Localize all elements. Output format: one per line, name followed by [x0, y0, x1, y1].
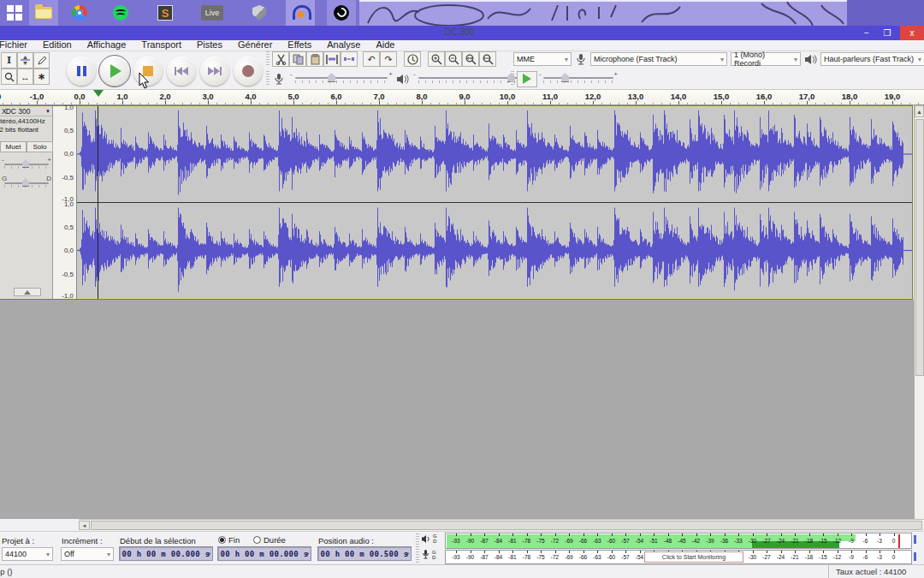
toolbar-grip[interactable] — [416, 533, 419, 563]
pan-slider[interactable]: GD — [2, 175, 51, 190]
length-radio[interactable]: Durée — [253, 535, 286, 545]
desktop-wallpaper — [359, 0, 847, 26]
skip-end-button[interactable] — [200, 57, 229, 86]
snap-dropdown[interactable]: Off▾ — [61, 547, 114, 561]
copy-button[interactable] — [289, 51, 306, 67]
ruler-label: 10,0 — [500, 92, 516, 101]
meter-scale-label: -45 — [678, 538, 685, 544]
taskbar-item-audacity[interactable] — [286, 0, 315, 26]
recording-meter[interactable]: -93-90-87-84-81-78-75-72-69-66-63-60-57-… — [445, 550, 912, 564]
slider-thumb[interactable] — [22, 178, 29, 187]
chrome-icon — [72, 5, 87, 21]
audio-host-dropdown[interactable]: MME▾ — [513, 52, 572, 66]
fit-selection-button[interactable] — [462, 51, 479, 67]
pause-button[interactable] — [67, 57, 96, 86]
recording-channels-dropdown[interactable]: 1 (Mono) Recordi▾ — [731, 52, 801, 66]
scroll-left-button[interactable]: ◂ — [79, 521, 90, 530]
vertical-scrollbar[interactable]: ▲ — [914, 105, 924, 519]
draw-tool-button[interactable] — [33, 52, 50, 69]
waveform-channel-right[interactable] — [77, 203, 912, 298]
end-radio[interactable]: Fin — [218, 535, 240, 545]
minimize-button[interactable]: − — [857, 26, 876, 40]
taskbar-item-spotify[interactable] — [106, 0, 135, 26]
slider-thumb[interactable] — [22, 159, 29, 168]
project-rate-dropdown[interactable]: 44100▾ — [2, 547, 53, 561]
horizontal-scrollbar[interactable]: ◂ — [79, 519, 924, 531]
skip-start-button[interactable] — [167, 57, 196, 86]
toolbar-grip[interactable] — [511, 71, 514, 86]
empty-track-area[interactable] — [0, 300, 914, 519]
playback-speed-slider[interactable]: -+ — [539, 70, 618, 87]
track-menu-icon[interactable]: ▼ — [45, 109, 50, 114]
selection-start-field[interactable]: 00 h 00 m 00.000 s▾ — [119, 546, 213, 561]
trim-icon — [326, 54, 338, 65]
vertical-scroll-thumb[interactable] — [915, 119, 924, 376]
slider-thumb[interactable] — [561, 73, 569, 82]
play-at-speed-button[interactable] — [517, 71, 537, 87]
selection-tool-button[interactable]: I — [1, 52, 17, 69]
taskbar-item-sublime[interactable]: S — [151, 0, 180, 26]
silence-button[interactable] — [341, 51, 358, 67]
audio-position-field[interactable]: 00 h 00 m 00.500 s▾ — [317, 546, 412, 561]
playback-volume-slider[interactable]: -+ — [413, 70, 526, 87]
paste-button[interactable] — [306, 51, 323, 67]
trim-button[interactable] — [323, 51, 341, 67]
zoom-out-button[interactable] — [445, 51, 462, 67]
undo-button[interactable]: ↶ — [363, 51, 380, 67]
timeshift-tool-button[interactable]: ↔ — [17, 69, 33, 85]
playback-device-dropdown[interactable]: Haut-parleurs (Fast Track)▾ — [820, 52, 924, 66]
close-button[interactable]: x — [900, 26, 924, 40]
menu-aide[interactable]: Aide — [368, 39, 402, 51]
start-button[interactable] — [0, 0, 29, 26]
edit-toolbar: ↶ ↷ — [266, 51, 496, 69]
zoom-tool-button[interactable] — [1, 69, 17, 85]
mute-button[interactable]: Muet — [0, 141, 27, 152]
status-bar: Stop () Taux actuel : 44100 — [0, 564, 924, 578]
playback-meter[interactable]: -93-90-87-84-81-78-75-72-69-66-63-60-57-… — [445, 533, 912, 549]
menu-edition[interactable]: Edition — [35, 39, 80, 51]
record-button[interactable] — [234, 57, 263, 86]
meter-scale-label: -78 — [523, 538, 530, 544]
menu-pistes[interactable]: Pistes — [189, 39, 230, 51]
slider-thumb[interactable] — [328, 73, 335, 82]
menu-effets[interactable]: Effets — [280, 39, 319, 51]
solo-button[interactable]: Solo — [27, 141, 53, 152]
maximize-button[interactable]: ❐ — [878, 26, 897, 40]
track-collapse-button[interactable] — [14, 288, 41, 296]
gain-slider[interactable]: -+ — [2, 156, 51, 171]
menu-analyse[interactable]: Analyse — [319, 39, 368, 51]
taskbar-item-shield[interactable] — [245, 0, 274, 26]
menu-transport[interactable]: Transport — [133, 39, 189, 51]
sync-lock-button[interactable] — [404, 51, 421, 67]
toolbar-grip[interactable] — [266, 71, 270, 86]
track-header[interactable]: X DC 300 ▼ — [0, 106, 52, 116]
taskbar-item-chrome[interactable] — [65, 0, 94, 26]
toolbar-grip[interactable] — [266, 51, 270, 67]
cut-button[interactable] — [272, 51, 289, 67]
recording-volume-slider[interactable]: -+ — [290, 70, 393, 87]
horizontal-scroll-thumb[interactable] — [91, 521, 922, 530]
recording-device-dropdown[interactable]: Microphone (Fast Track)▾ — [590, 52, 727, 66]
multi-tool-button[interactable]: ∗ — [33, 69, 50, 85]
taskbar-item-live[interactable]: Live — [195, 0, 229, 26]
selection-end-field[interactable]: 00 h 00 m 00.000 s▾ — [217, 546, 311, 561]
ibeam-icon: I — [7, 55, 11, 66]
playhead-marker[interactable] — [93, 90, 104, 97]
menu-affichage[interactable]: Affichage — [80, 39, 134, 51]
zoom-in-button[interactable] — [428, 51, 445, 67]
skip-start-icon — [175, 67, 188, 75]
timeline-ruler[interactable]: -2,0-1,00,01,02,03,04,05,06,07,08,09,010… — [0, 89, 924, 105]
redo-button[interactable]: ↷ — [380, 51, 397, 67]
taskbar-item-obs[interactable] — [327, 0, 356, 26]
menu-generer[interactable]: Générer — [230, 39, 280, 51]
monitor-tooltip[interactable]: Click to Start Monitoring — [644, 551, 743, 563]
vertical-scale-ruler[interactable]: 1,00,50,0-0,5-1,01,00,50,0-0,5-1,0 — [53, 106, 77, 299]
fit-project-button[interactable] — [479, 51, 496, 67]
envelope-tool-button[interactable] — [17, 52, 33, 69]
waveform-channel-left[interactable] — [77, 107, 912, 201]
scroll-up-button[interactable]: ▲ — [915, 105, 924, 117]
meter-scale-label: -87 — [480, 538, 488, 544]
menu-fichier[interactable]: Fichier — [0, 39, 35, 51]
play-button[interactable] — [100, 57, 129, 86]
taskbar-item-explorer[interactable] — [29, 0, 58, 26]
